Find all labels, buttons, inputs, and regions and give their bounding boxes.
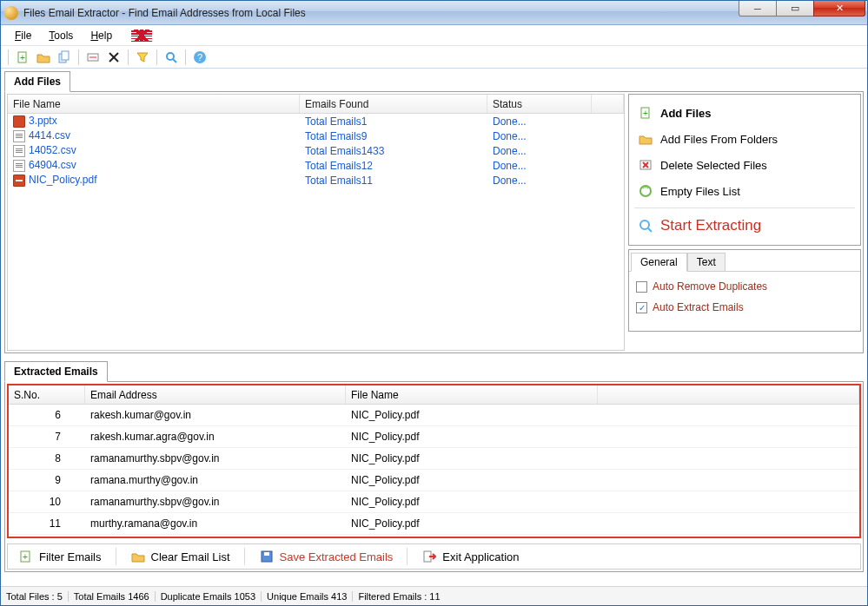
toolbar-add-folder-icon[interactable] (35, 49, 52, 66)
extracted-row[interactable]: 9ramana.murthy@gov.inNIC_Policy.pdf (9, 470, 859, 491)
options-tab-text[interactable]: Text (687, 253, 726, 272)
file-row-empty (8, 320, 624, 335)
extracted-panel: S.No. Email Address File Name 6rakesh.ku… (4, 381, 864, 572)
checkbox-unchecked-icon[interactable] (636, 281, 647, 293)
btn-clear-emails-label: Clear Email List (151, 550, 230, 563)
titlebar: Files Email Extractor - Find Email Addre… (1, 1, 867, 25)
toolbar-delete-icon[interactable] (105, 49, 123, 66)
file-cell: NIC_Policy.pdf (346, 409, 598, 421)
sno-cell: 9 (9, 474, 85, 486)
email-cell: rakesh.kumar@gov.in (85, 409, 346, 421)
btn-exit-app[interactable]: Exit Application (416, 546, 524, 567)
action-add-from-folders-label: Add Files From Folders (660, 133, 778, 146)
file-cell: NIC_Policy.pdf (346, 431, 598, 443)
files-grid[interactable]: File Name Emails Found Status 3.pptxTota… (7, 94, 625, 351)
file-row[interactable]: 64904.csvTotal Emails12Done... (8, 158, 624, 173)
file-name-cell: 4414.csv (29, 129, 70, 142)
file-row-empty (8, 202, 624, 217)
filter-icon: + (18, 549, 34, 564)
status-cell: Done... (487, 115, 592, 128)
action-delete-selected[interactable]: Delete Selected Files (633, 152, 857, 178)
col-file[interactable]: File Name (346, 385, 598, 404)
btn-save-emails-label: Save Extracted Emails (280, 550, 394, 563)
action-empty-list[interactable]: Empty Files List (633, 178, 857, 204)
col-emails-found[interactable]: Emails Found (300, 95, 487, 113)
flag-icon[interactable] (131, 30, 152, 42)
checkbox-checked-icon[interactable]: ✓ (636, 302, 647, 313)
file-row[interactable]: 14052.csvTotal Emails1433Done... (8, 143, 624, 158)
email-cell: ramanamurthy.sbpv@gov.in (85, 452, 346, 464)
toolbar-help-icon[interactable]: ? (191, 49, 209, 66)
extracted-row[interactable]: 7rakesh.kumar.agra@gov.inNIC_Policy.pdf (9, 426, 859, 448)
svg-text:+: + (643, 109, 648, 118)
col-email[interactable]: Email Address (85, 385, 346, 404)
options-box: General Text Auto Remove Duplicates ✓ Au… (628, 249, 861, 332)
action-add-from-folders[interactable]: Add Files From Folders (633, 126, 857, 152)
file-type-icon (13, 115, 25, 128)
statusbar: Total Files : 5 Total Emails 1466 Duplic… (1, 586, 867, 605)
minimize-button[interactable]: ─ (739, 1, 777, 16)
sno-cell: 10 (9, 496, 85, 508)
sno-cell: 11 (9, 517, 85, 530)
clear-icon (130, 549, 146, 564)
action-add-files[interactable]: + Add Files (633, 100, 857, 126)
col-file-name[interactable]: File Name (8, 95, 300, 113)
option-auto-extract[interactable]: ✓ Auto Extract Emails (636, 301, 853, 313)
maximize-button[interactable]: ▭ (776, 1, 814, 16)
file-cell: NIC_Policy.pdf (346, 496, 598, 508)
option-auto-remove-label: Auto Remove Duplicates (653, 280, 767, 293)
col-status[interactable]: Status (487, 95, 592, 113)
extracted-row[interactable]: 6rakesh.kumar@gov.inNIC_Policy.pdf (9, 405, 859, 426)
status-total-files: Total Files : 5 (6, 591, 69, 602)
exit-icon (421, 549, 437, 564)
btn-clear-emails[interactable]: Clear Email List (125, 546, 235, 567)
options-tab-general[interactable]: General (631, 253, 687, 272)
close-button[interactable]: ✕ (813, 1, 865, 16)
col-spacer2 (598, 385, 859, 404)
toolbar-search-icon[interactable] (162, 49, 180, 66)
file-cell: NIC_Policy.pdf (346, 474, 598, 486)
sno-cell: 6 (9, 409, 85, 421)
btn-filter-emails[interactable]: + Filter Emails (13, 546, 107, 567)
tab-add-files[interactable]: Add Files (4, 71, 70, 92)
toolbar-filter-icon[interactable] (134, 49, 151, 66)
action-start-extracting[interactable]: Start Extracting (633, 212, 857, 240)
search-icon (638, 218, 653, 234)
file-row[interactable]: 4414.csvTotal Emails9Done... (8, 128, 624, 143)
delete-icon (638, 157, 653, 173)
file-row-empty (8, 291, 624, 306)
status-unique: Unique Emails 413 (267, 591, 353, 602)
action-empty-list-label: Empty Files List (660, 185, 740, 198)
file-row[interactable]: NIC_Policy.pdfTotal Emails11Done... (8, 173, 624, 188)
action-add-files-label: Add Files (660, 107, 712, 120)
email-cell: rakesh.kumar.agra@gov.in (85, 431, 346, 443)
toolbar-add-file-icon[interactable]: + (14, 49, 31, 66)
menubar: File Tools Help (1, 25, 867, 46)
extracted-row[interactable]: 10ramanamurthy.sbpv@gov.inNIC_Policy.pdf (9, 491, 859, 513)
menu-tools[interactable]: Tools (42, 28, 80, 43)
status-cell: Done... (487, 160, 592, 172)
bottom-toolbar: + Filter Emails Clear Email List Save Ex… (7, 543, 861, 570)
option-auto-remove[interactable]: Auto Remove Duplicates (636, 280, 853, 293)
extracted-grid[interactable]: S.No. Email Address File Name 6rakesh.ku… (7, 384, 861, 538)
file-row-empty (8, 232, 624, 247)
extracted-row[interactable]: 11murthy.ramana@gov.inNIC_Policy.pdf (9, 513, 859, 535)
tab-extracted-emails[interactable]: Extracted Emails (4, 361, 108, 382)
file-row-empty (8, 276, 624, 291)
file-row[interactable]: 3.pptxTotal Emails1Done... (8, 114, 624, 128)
file-row-empty (8, 217, 624, 232)
toolbar-clear-icon[interactable] (84, 49, 102, 66)
sno-cell: 8 (9, 452, 85, 464)
add-file-icon: + (638, 105, 653, 121)
toolbar-copy-icon[interactable] (56, 49, 73, 66)
save-icon (259, 549, 275, 564)
extracted-row[interactable]: 8ramanamurthy.sbpv@gov.inNIC_Policy.pdf (9, 448, 859, 470)
col-sno[interactable]: S.No. (9, 385, 85, 404)
menu-file[interactable]: File (8, 28, 38, 43)
toolbar: + ? (1, 46, 867, 69)
email-cell: ramana.murthy@gov.in (85, 474, 346, 486)
menu-help[interactable]: Help (83, 28, 119, 43)
btn-save-emails[interactable]: Save Extracted Emails (254, 546, 399, 567)
add-files-panel: File Name Emails Found Status 3.pptxTota… (4, 91, 864, 353)
file-name-cell: 14052.csv (29, 144, 76, 156)
